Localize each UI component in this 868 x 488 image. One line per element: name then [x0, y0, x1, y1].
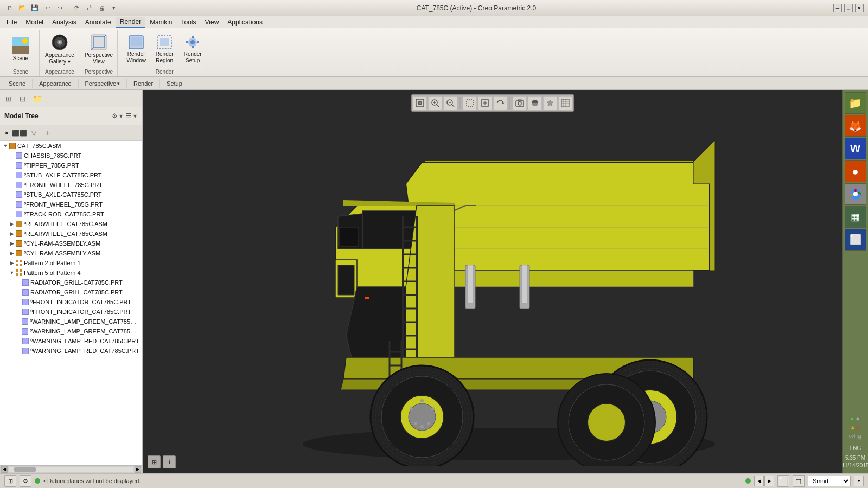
tree-item-rearwheel2[interactable]: ▶ ⁰REARWHEEL_CAT785C.ASM [0, 229, 142, 239]
render-window-button[interactable]: RenderWindow [123, 33, 149, 66]
tree-settings-btn[interactable]: ⚙ ▾ [111, 110, 124, 123]
zoom-out-btn[interactable] [443, 96, 457, 110]
folder-btn[interactable]: 📁 [30, 92, 43, 105]
save-btn[interactable]: 💾 [29, 3, 40, 14]
zoom-in-btn[interactable] [428, 96, 442, 110]
tree-item-rearwheel1[interactable]: ▶ ⁰REARWHEEL_CAT785C.ASM [0, 219, 142, 229]
render-quick-btn[interactable] [543, 96, 557, 110]
undo-btn[interactable]: ↩ [42, 3, 53, 14]
display-btn[interactable] [558, 96, 572, 110]
grid-btn[interactable]: ⊞ [148, 455, 161, 468]
info-btn[interactable]: ℹ [163, 455, 176, 468]
redo-btn[interactable]: ↪ [54, 3, 65, 14]
hscroll-right[interactable]: ▶ [135, 466, 141, 473]
tree-item-track-rod[interactable]: ⁰TRACK-ROD_CAT785C.PRT [0, 209, 142, 219]
zoom-fit-btn[interactable] [413, 96, 427, 110]
tree-item-tipper[interactable]: ⁰TIPPER_785G.PRT [0, 160, 142, 170]
shading-btn[interactable] [528, 96, 542, 110]
menu-analysis[interactable]: Analysis [48, 17, 81, 27]
open-btn[interactable]: 📂 [17, 3, 28, 14]
appearance-gallery-button[interactable]: AppearanceGallery ▾ [46, 33, 74, 66]
expander-rearwheel1[interactable]: ▶ [9, 221, 15, 227]
status-window-btn[interactable]: ◻ [793, 475, 805, 487]
sys-red-icon[interactable]: ● [857, 424, 860, 432]
new-file-btn[interactable]: 🗋 [4, 3, 15, 14]
status-grid-btn[interactable]: ⊞ [4, 475, 16, 487]
render-setup-button[interactable]: RenderSetup [180, 33, 206, 66]
tree-item-pattern2[interactable]: ▶ Pattern 2 of Pattern 1 [0, 258, 142, 268]
menu-manikin[interactable]: Manikin [145, 17, 176, 27]
status-prev-btn[interactable]: ◀ [754, 476, 764, 486]
tree-icon-btn[interactable]: ⬛⬛ [13, 126, 26, 139]
pan-btn[interactable] [478, 96, 492, 110]
tree-item-root[interactable]: ▼ CAT_785C.ASM [0, 141, 142, 151]
minimize-btn[interactable]: ─ [833, 4, 842, 12]
status-layout-btn[interactable]: ⬜ [777, 475, 789, 487]
tree-item-front-wheel1[interactable]: ⁰FRONT_WHEEL_785G.PRT [0, 180, 142, 190]
tree-item-radiator1[interactable]: RADIATOR_GRILL-CAT785C.PRT [0, 278, 142, 287]
close-btn[interactable]: ✕ [855, 4, 864, 12]
sidebar-firefox-icon[interactable]: 🦊 [845, 115, 866, 137]
tree-add-btn[interactable]: + [41, 126, 54, 139]
sys-warning-icon[interactable]: ▲ [850, 424, 856, 432]
menu-model[interactable]: Model [21, 17, 48, 27]
tree-item-stub1[interactable]: ⁰STUB_AXLE-CAT785C.PRT [0, 170, 142, 180]
print-btn[interactable]: 🖨 [96, 3, 107, 14]
expander-rearwheel2[interactable]: ▶ [9, 230, 15, 237]
sys-ovl-icon[interactable]: ovl [849, 433, 856, 441]
status-filter-arrow[interactable]: ▾ [854, 476, 864, 486]
sys-arrow-icon[interactable]: ▲ [855, 415, 860, 422]
tree-item-warn-red1[interactable]: ⁰WARNING_LAMP_RED_CAT785C.PRT [0, 336, 142, 346]
sub-scene[interactable]: Scene [2, 79, 33, 88]
sidebar-window-icon[interactable]: ⬜ [845, 229, 866, 251]
tree-item-warn-green1[interactable]: ⁰WARNING_LAMP_GREEM_CAT785C.PR [0, 317, 142, 326]
smart-select[interactable]: Smart Geometry Feature Part Assembly [808, 476, 851, 486]
scene-button[interactable]: Scene [7, 33, 35, 66]
model-tree-content[interactable]: ▼ CAT_785C.ASM CHASSIS_785G.PRT ⁰TIPPER_… [0, 141, 142, 465]
perspective-view-button[interactable]: PerspectiveView [85, 33, 113, 66]
rect-zoom-btn[interactable] [463, 96, 477, 110]
tree-item-pattern5[interactable]: ▼ Pattern 5 of Pattern 4 [0, 268, 142, 278]
layer-tree-btn[interactable]: ⊟ [16, 92, 29, 105]
tree-filter-btn[interactable]: ▽ [27, 126, 40, 139]
customize-btn[interactable]: ▾ [108, 3, 119, 14]
switch-btn[interactable]: ⇄ [84, 3, 94, 14]
tree-item-stub2[interactable]: ⁰STUB_AXLE-CAT785C.PRT [0, 190, 142, 200]
3d-viewport[interactable]: ⊞ ℹ [143, 90, 842, 473]
expander-pattern5[interactable]: ▼ [9, 269, 15, 276]
maximize-btn[interactable]: □ [844, 4, 853, 12]
sidebar-word-icon[interactable]: W [845, 138, 866, 159]
sidebar-files-icon[interactable]: 📁 [845, 92, 866, 114]
expander-cylram2[interactable]: ▶ [9, 250, 15, 256]
tree-item-radiator2[interactable]: RADIATOR_GRILL-CAT785C.PRT [0, 287, 142, 297]
sys-green-icon[interactable]: ● [850, 415, 854, 422]
tree-item-front-wheel2[interactable]: ⁰FRONT_WHEEL_785G.PRT [0, 200, 142, 209]
search-close-btn[interactable]: ✕ [2, 130, 11, 136]
menu-render[interactable]: Render [116, 17, 145, 28]
tree-item-cylram2[interactable]: ▶ ⁰CYL-RAM-ASSEMBLY.ASM [0, 248, 142, 258]
tree-item-front-ind2[interactable]: ⁰FRONT_INDICATOR_CAT785C.PRT [0, 307, 142, 317]
tree-item-warn-red2[interactable]: ⁰WARNING_LAMP_RED_CAT785C.PRT [0, 346, 142, 356]
expander-pattern2[interactable]: ▶ [9, 260, 15, 266]
rotate-btn[interactable] [493, 96, 507, 110]
render-region-button[interactable]: RenderRegion [151, 33, 177, 66]
camera-btn[interactable] [513, 96, 527, 110]
sidebar-layers-icon[interactable]: ▦ [845, 206, 866, 228]
sub-setup[interactable]: Setup [160, 79, 189, 88]
menu-applications[interactable]: Applications [223, 17, 267, 27]
status-next-btn[interactable]: ▶ [764, 476, 774, 486]
regen-btn[interactable]: ⟳ [71, 3, 82, 14]
tree-columns-btn[interactable]: ☰ ▾ [125, 110, 138, 123]
hscroll-left[interactable]: ◀ [1, 466, 8, 473]
sub-render[interactable]: Render [127, 79, 160, 88]
tree-item-front-ind1[interactable]: ⁰FRONT_INDICATOR_CAT785C.PRT [0, 297, 142, 307]
sub-perspective[interactable]: Perspective [79, 79, 127, 88]
menu-annotate[interactable]: Annotate [81, 17, 116, 27]
menu-file[interactable]: File [2, 17, 21, 27]
hscroll-track[interactable] [9, 467, 133, 472]
tree-item-cylram1[interactable]: ▶ ⁰CYL-RAM-ASSEMBLY.ASM [0, 239, 142, 248]
expander-root[interactable]: ▼ [2, 143, 9, 149]
sys-extra-icon[interactable]: ⊞ [856, 433, 861, 441]
sidebar-app-icon[interactable]: ● [845, 160, 866, 182]
status-info-btn[interactable]: ⚙ [20, 475, 31, 487]
